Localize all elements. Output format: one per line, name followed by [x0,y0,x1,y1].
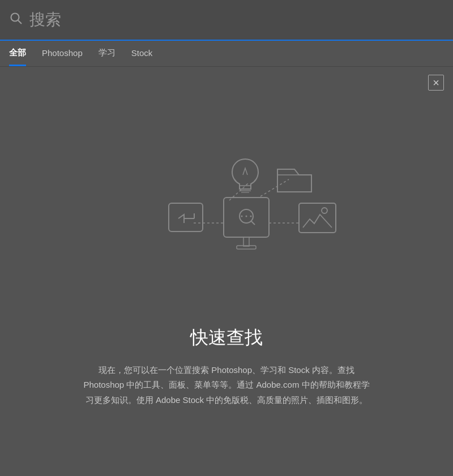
tab-stock[interactable]: Stock [131,41,153,66]
svg-rect-7 [243,237,249,246]
svg-line-1 [18,20,22,24]
tab-photoshop[interactable]: Photoshop [42,41,83,66]
tab-all[interactable]: 全部 [9,41,26,66]
svg-point-11 [241,216,243,217]
tab-learn[interactable]: 学习 [99,41,116,66]
svg-point-0 [11,14,19,22]
close-button[interactable]: × [428,75,444,91]
content-area: × [0,67,453,476]
main-description: 现在，您可以在一个位置搜索 Photoshop、学习和 Stock 内容。查找 … [68,363,385,408]
main-title: 快速查找 [190,325,263,350]
search-input[interactable] [29,11,444,29]
svg-point-12 [246,216,247,217]
illustration [102,135,351,305]
svg-line-10 [251,221,255,225]
search-bar [0,0,453,41]
tabs-bar: 全部 Photoshop 学习 Stock [0,41,453,67]
search-icon [9,11,23,28]
svg-rect-6 [224,198,269,237]
svg-point-18 [322,208,327,213]
svg-rect-14 [169,203,203,231]
svg-point-13 [250,216,252,217]
svg-line-5 [260,179,289,196]
